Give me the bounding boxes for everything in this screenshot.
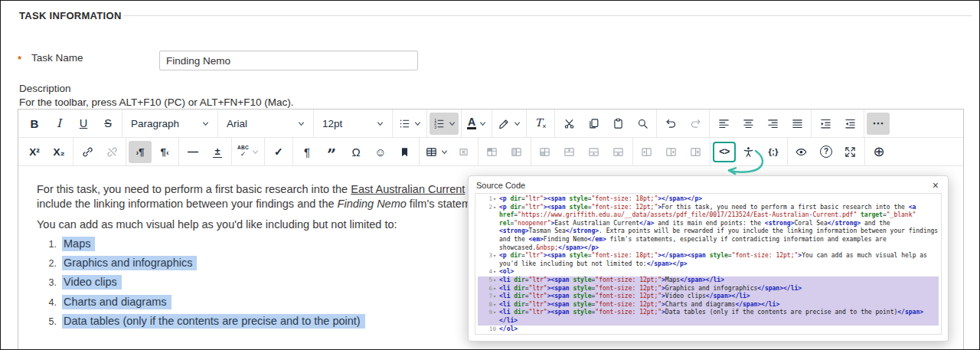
align-right-icon (766, 117, 779, 130)
bullet-list-button[interactable] (395, 113, 424, 135)
cell-properties-button[interactable] (481, 141, 504, 163)
insert-column-before-button[interactable] (635, 141, 658, 163)
insert-link-icon (81, 146, 94, 159)
line-number: 6▾ (478, 285, 496, 293)
toolbar-group (531, 138, 632, 165)
emoticons-button[interactable]: ☺ (369, 141, 392, 163)
insert-row-above-button[interactable] (558, 141, 581, 163)
align-right-button[interactable] (761, 113, 784, 135)
table-button[interactable] (422, 141, 451, 163)
source-code-area[interactable]: 1▾<p dir="ltr"><span style="font-size: 1… (475, 193, 942, 335)
toggle-checklist-icon: ✓ (274, 146, 283, 158)
toolbar-hint: For the toolbar, press ALT+F10 (PC) or A… (19, 96, 294, 108)
bold-button[interactable]: B (23, 113, 46, 135)
toggle-checklist-button[interactable]: ✓ (267, 141, 290, 163)
copy-button[interactable] (582, 113, 605, 135)
strikethrough-icon: S (104, 117, 112, 129)
delete-row-icon (612, 146, 625, 159)
align-justify-button[interactable] (786, 113, 808, 135)
copy-icon (587, 117, 600, 130)
insert-column-after-icon (665, 146, 678, 159)
left-to-right-button[interactable]: ›¶ (129, 141, 152, 163)
insert-link-button[interactable] (76, 141, 99, 163)
right-to-left-button[interactable]: ¶‹ (153, 141, 176, 163)
text-color-icon: A (467, 117, 476, 129)
code-line: 6▾<li dir="ltr"><span style="font-size: … (478, 285, 939, 293)
toolbar-group (554, 110, 656, 137)
spellcheck-menu-chevron-icon[interactable] (252, 149, 259, 155)
paste-button[interactable] (606, 113, 629, 135)
bullet-list-menu-chevron-icon[interactable] (414, 120, 421, 127)
italic-icon: I (57, 116, 61, 130)
redo-button[interactable] (684, 113, 707, 135)
nonbreaking-space-button[interactable]: ± (206, 141, 229, 163)
superscript-button[interactable]: X² (23, 141, 46, 163)
insert-column-after-button[interactable] (660, 141, 683, 163)
subscript-icon: X₂ (53, 146, 64, 158)
paragraph-marks-button[interactable]: ¶ (296, 141, 318, 163)
close-icon[interactable]: × (931, 181, 940, 190)
align-left-button[interactable] (712, 113, 735, 135)
bullet-list-icon (398, 117, 411, 130)
special-character-button[interactable]: Ω (345, 141, 368, 163)
list-item-number: 3. (37, 277, 57, 288)
indent-button[interactable] (814, 113, 837, 135)
delete-column-button[interactable] (684, 141, 707, 163)
numbered-list-icon: 123 (433, 117, 446, 130)
align-center-button[interactable] (737, 113, 760, 135)
help-button[interactable]: ? (815, 141, 838, 163)
delete-row-button[interactable] (607, 141, 630, 163)
fullscreen-button[interactable] (839, 141, 862, 163)
numbered-list-button[interactable]: 123 (430, 113, 459, 135)
undo-button[interactable] (659, 113, 682, 135)
preview-button[interactable] (790, 141, 813, 163)
remove-link-button[interactable] (100, 141, 123, 163)
align-center-icon (742, 117, 755, 130)
background-color-button[interactable] (495, 113, 524, 135)
section-divider (123, 15, 972, 16)
more-tools-button[interactable]: ⋯ (867, 113, 890, 135)
spellcheck-button[interactable]: ABC✓ (234, 141, 262, 163)
text-color-button[interactable]: A (464, 113, 489, 135)
toolbar-group: ›¶¶‹ (126, 138, 178, 165)
east-australian-current-link[interactable]: East Australian Current (351, 183, 465, 195)
dialog-header: Source Code × (469, 176, 948, 193)
font-family-dropdown[interactable]: Arial (220, 113, 311, 135)
chevron-down-icon (202, 120, 209, 127)
insert-row-below-button[interactable] (583, 141, 606, 163)
delete-table-button[interactable] (452, 141, 475, 163)
toolbar-group: 123 (426, 110, 461, 137)
numbered-list-menu-chevron-icon[interactable] (449, 120, 456, 127)
anchor-button[interactable] (394, 141, 416, 163)
toolbar-group: BIUS (21, 110, 122, 137)
row-properties-icon (538, 146, 551, 159)
paragraph-format-value: Paragraph (131, 118, 179, 129)
outdent-button[interactable] (838, 113, 861, 135)
chevron-down-icon (298, 120, 305, 127)
background-color-menu-chevron-icon[interactable] (514, 120, 521, 127)
list-item-text: Data tables (only if the contents are pr… (62, 314, 365, 329)
toolbar-group: Arial (217, 110, 313, 137)
table-icon (425, 146, 438, 159)
task-information-page: TASK INFORMATION * Task Name Description… (0, 0, 980, 350)
text-color-menu-chevron-icon[interactable] (479, 120, 486, 127)
table-menu-chevron-icon[interactable] (441, 149, 448, 155)
merge-cells-button[interactable] (505, 141, 528, 163)
insert-button[interactable]: ⊕ (867, 141, 890, 163)
toolbar-row: BIUSParagraphArial12pt123AT×⋯ (18, 110, 963, 138)
blockquote-button[interactable]: ” (320, 141, 343, 163)
task-name-input[interactable] (159, 51, 418, 70)
clear-formatting-button[interactable]: T× (529, 113, 552, 135)
row-properties-button[interactable] (534, 141, 557, 163)
subscript-button[interactable]: X₂ (47, 141, 70, 163)
strikethrough-button[interactable]: S (96, 113, 119, 135)
horizontal-rule-button[interactable]: — (181, 141, 204, 163)
underline-button[interactable]: U (72, 113, 95, 135)
merge-cells-icon (510, 146, 523, 159)
font-size-dropdown[interactable]: 12pt (316, 113, 390, 135)
search-and-replace-button[interactable] (631, 113, 654, 135)
paragraph-format-dropdown[interactable]: Paragraph (125, 113, 215, 135)
italic-button[interactable]: I (47, 113, 70, 135)
cut-button[interactable] (557, 113, 580, 135)
toolbar-group (811, 110, 864, 137)
